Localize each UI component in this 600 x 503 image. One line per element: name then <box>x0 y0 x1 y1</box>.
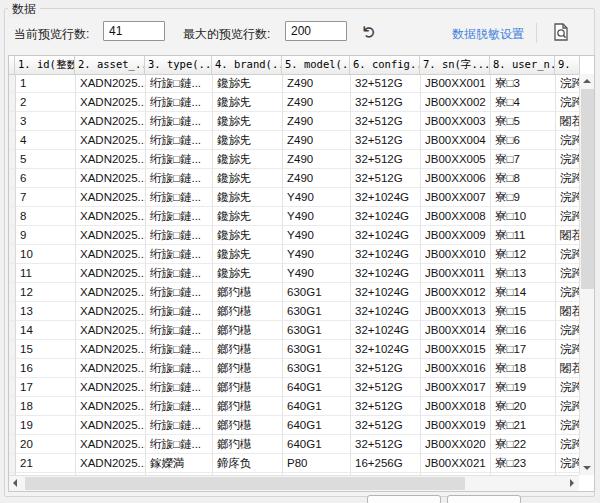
current-rows-input[interactable] <box>103 21 165 41</box>
table-row[interactable]: 10XADN2025...绗旇□鏈...鑱旀兂Y49032+1024GJB00X… <box>9 245 579 264</box>
refresh-icon[interactable]: ↻ <box>358 20 382 44</box>
cell: 绗旇□鏈... <box>146 359 213 378</box>
vertical-scrollbar[interactable] <box>579 74 594 475</box>
scroll-up-button[interactable] <box>580 74 595 89</box>
cell: 32+1024G <box>351 340 421 359</box>
cell: 绗旇□鏈... <box>146 207 213 226</box>
column-header-9[interactable]: 9. <box>555 56 580 74</box>
cell: 浣跨敤涓 <box>556 150 579 169</box>
cell: 32+512G <box>351 435 421 454</box>
table-row[interactable]: 9XADN2025...绗旇□鏈...鑱旀兂Y49032+1024GJB00XX… <box>9 226 579 245</box>
horizontal-scroll-thumb[interactable] <box>25 477 465 490</box>
cell: 8 <box>16 207 76 226</box>
cell: 绗旇□鏈... <box>146 245 213 264</box>
cell: 绗旇□鏈... <box>146 378 213 397</box>
column-header-8[interactable]: 8. user_n... <box>490 56 555 74</box>
table-row[interactable]: 7XADN2025...绗旇□鏈...鑱旀兂Y49032+1024GJB00XX… <box>9 188 579 207</box>
cell: 鎯犳櫘 <box>213 359 283 378</box>
cell: 32+1024G <box>351 226 421 245</box>
cell: 32+512G <box>351 378 421 397</box>
table-row[interactable]: 8XADN2025...绗旇□鏈...鑱旀兂Y49032+1024GJB00XX… <box>9 207 579 226</box>
cell: JB00XX013 <box>421 302 491 321</box>
table-row[interactable]: 4XADN2025...绗旇□鏈...鑱旀兂Z49032+512GJB00XX0… <box>9 131 579 150</box>
cell: XADN2025... <box>76 302 146 321</box>
table-row[interactable]: 16XADN2025...绗旇□鏈...鎯犳櫘630G132+512GJB00X… <box>9 359 579 378</box>
cell: 浣跨敤涓 <box>556 131 579 150</box>
cell: 32+1024G <box>351 207 421 226</box>
toolbar-divider <box>536 23 537 43</box>
cell: 19 <box>16 416 76 435</box>
table-row[interactable]: 2XADN2025...绗旇□鏈...鑱旀兂Z49032+512GJB00XX0… <box>9 93 579 112</box>
cell: 鑱旀兂 <box>213 131 283 150</box>
column-header-6[interactable]: 6. config... <box>350 56 420 74</box>
cell: Y490 <box>283 245 351 264</box>
cell: XADN2025... <box>76 207 146 226</box>
cell: Z490 <box>283 169 351 188</box>
table-row[interactable]: 11XADN2025...绗旇□鏈...鑱旀兂Y49032+1024GJB00X… <box>9 264 579 283</box>
row-header-cell <box>9 340 16 359</box>
table-row[interactable]: 3XADN2025...绗旇□鏈...鑱旀兂Z49032+512GJB00XX0… <box>9 112 579 131</box>
table-row[interactable]: 12XADN2025...绗旇□鏈...鎯犳櫘630G132+1024GJB00… <box>9 283 579 302</box>
cell: 鑱旀兂 <box>213 74 283 93</box>
row-header-cell <box>9 188 16 207</box>
table-row[interactable]: 6XADN2025...绗旇□鏈...鑱旀兂Z49032+512GJB00XX0… <box>9 169 579 188</box>
scroll-left-button[interactable] <box>9 476 24 491</box>
cell: 10 <box>16 245 76 264</box>
dialog-button-cutoff-1[interactable] <box>367 495 441 503</box>
arrow-right-icon <box>570 479 574 487</box>
table-row[interactable]: 14XADN2025...绗旇□鏈...鎯犳櫘630G132+1024GJB00… <box>9 321 579 340</box>
cell: 浣跨敤涓 <box>556 264 579 283</box>
cell: XADN2025... <box>76 245 146 264</box>
dialog-button-cutoff-2[interactable] <box>447 495 521 503</box>
cell: 32+1024G <box>351 302 421 321</box>
cell: JB00XX005 <box>421 150 491 169</box>
table-row[interactable]: 19XADN2025...绗旇□鏈...鎯犳櫘640G132+512GJB00X… <box>9 416 579 435</box>
column-header-1[interactable]: 1. id(整数) <box>15 56 75 74</box>
cell: 绗旇□鏈... <box>146 283 213 302</box>
vertical-scroll-thumb[interactable] <box>581 89 594 289</box>
scroll-down-button[interactable] <box>580 460 595 475</box>
cell: 鑱旀兂 <box>213 264 283 283</box>
cell: 5 <box>16 150 76 169</box>
preview-report-icon[interactable] <box>548 20 574 46</box>
data-masking-settings-link[interactable]: 数据脱敏设置 <box>452 26 524 43</box>
table-row[interactable]: 1XADN2025...绗旇□鏈...鑱旀兂Z49032+512GJB00XX0… <box>9 74 579 93</box>
table-row[interactable]: 15XADN2025...绗旇□鏈...鎯犳櫘630G132+1024GJB00… <box>9 340 579 359</box>
column-header-2[interactable]: 2. asset_... <box>75 56 145 74</box>
cell: 闂茬疆 <box>556 302 579 321</box>
scroll-right-button[interactable] <box>564 476 579 491</box>
row-header-cell <box>9 226 16 245</box>
arrow-left-icon <box>13 479 17 487</box>
cell: 32+512G <box>351 150 421 169</box>
cell: 32+1024G <box>351 188 421 207</box>
cell: 鑱旀兂 <box>213 93 283 112</box>
cell: 浣跨敤涓 <box>556 397 579 416</box>
table-row[interactable]: 17XADN2025...绗旇□鏈...鎯犳櫘640G132+512GJB00X… <box>9 378 579 397</box>
cell: XADN2025... <box>76 150 146 169</box>
cell: 20 <box>16 435 76 454</box>
table-row[interactable]: 21XADN2025...鎵嬫満鍗庝负P8016+256GJB00XX021寮□… <box>9 454 579 473</box>
cell: 鎯犳櫘 <box>213 378 283 397</box>
cell: 9 <box>16 226 76 245</box>
row-header-cell <box>9 207 16 226</box>
cell: 寮□10 <box>491 207 556 226</box>
table-row[interactable]: 5XADN2025...绗旇□鏈...鑱旀兂Z49032+512GJB00XX0… <box>9 150 579 169</box>
cell: JB00XX001 <box>421 74 491 93</box>
table-row[interactable]: 20XADN2025...绗旇□鏈...鎯犳櫘640G132+512GJB00X… <box>9 435 579 454</box>
table-row[interactable]: 13XADN2025...绗旇□鏈...鎯犳櫘630G132+1024GJB00… <box>9 302 579 321</box>
preview-table: 1. id(整数)2. asset_...3. type(...4. brand… <box>8 55 595 492</box>
horizontal-scrollbar[interactable] <box>9 475 579 491</box>
row-header-cell <box>9 283 16 302</box>
column-header-7[interactable]: 7. sn(字... <box>420 56 490 74</box>
cell: 6 <box>16 169 76 188</box>
max-rows-input[interactable] <box>285 21 347 41</box>
cell: JB00XX002 <box>421 93 491 112</box>
row-header-cell <box>9 74 16 93</box>
cell: 630G1 <box>283 283 351 302</box>
cell: XADN2025... <box>76 93 146 112</box>
column-header-3[interactable]: 3. type(... <box>145 56 212 74</box>
column-header-5[interactable]: 5. model(... <box>282 56 350 74</box>
table-row[interactable]: 18XADN2025...绗旇□鏈...鎯犳櫘640G132+512GJB00X… <box>9 397 579 416</box>
cell: Y490 <box>283 264 351 283</box>
column-header-4[interactable]: 4. brand(... <box>212 56 282 74</box>
